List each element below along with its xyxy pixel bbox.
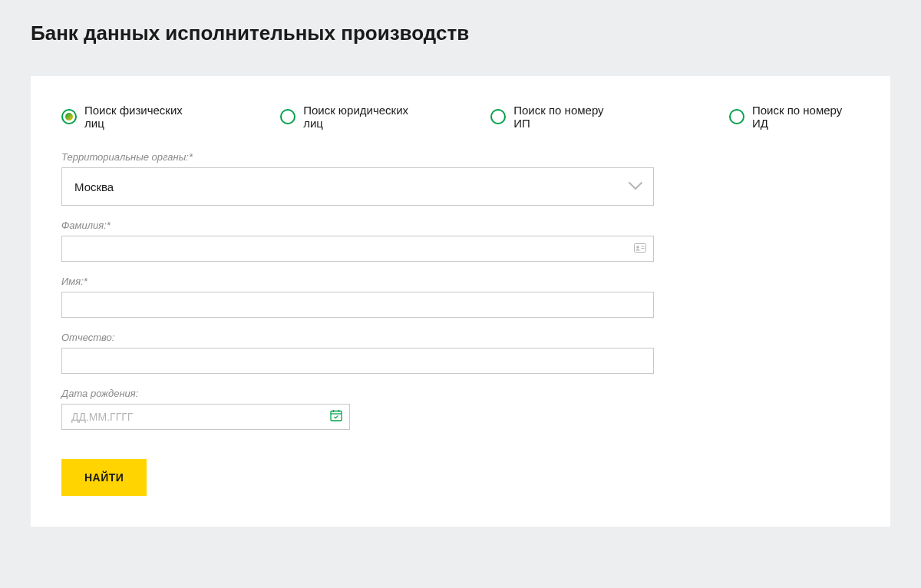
radio-legal-entities[interactable]: Поиск юридических лиц (280, 104, 429, 130)
birthdate-group: Дата рождения: (61, 388, 350, 430)
lastname-group: Фамилия:* (61, 220, 860, 262)
radio-icon (61, 109, 77, 124)
radio-ip-number[interactable]: Поиск по номеру ИП (490, 104, 622, 130)
lastname-wrapper (61, 236, 654, 262)
territory-label: Территориальные органы:* (61, 151, 860, 163)
lastname-label: Фамилия:* (61, 220, 860, 231)
territory-select-wrapper: Москва (61, 167, 654, 206)
patronymic-group: Отчество: (61, 332, 860, 374)
patronymic-input[interactable] (61, 348, 654, 374)
lastname-input[interactable] (61, 236, 654, 262)
territory-select[interactable]: Москва (61, 167, 654, 206)
radio-icon (280, 109, 295, 124)
birthdate-input[interactable] (61, 404, 350, 430)
firstname-label: Имя:* (61, 276, 860, 287)
radio-icon (490, 109, 506, 124)
contact-card-icon (634, 242, 646, 256)
calendar-icon[interactable] (330, 409, 342, 424)
birthdate-label: Дата рождения: (61, 388, 350, 399)
radio-label: Поиск по номеру ИД (752, 104, 860, 130)
patronymic-label: Отчество: (61, 332, 860, 343)
search-form-card: Поиск физических лиц Поиск юридических л… (31, 76, 890, 527)
radio-id-number[interactable]: Поиск по номеру ИД (729, 104, 860, 130)
radio-label: Поиск физических лиц (84, 104, 203, 130)
birthdate-wrapper (61, 404, 350, 430)
firstname-group: Имя:* (61, 276, 860, 318)
territory-group: Территориальные органы:* Москва (61, 151, 860, 206)
svg-rect-4 (331, 411, 342, 421)
radio-individuals[interactable]: Поиск физических лиц (61, 104, 203, 130)
radio-icon (729, 109, 744, 124)
radio-label: Поиск по номеру ИП (513, 104, 622, 130)
svg-point-1 (636, 246, 639, 249)
search-button[interactable]: НАЙТИ (61, 459, 147, 496)
territory-selected-value: Москва (74, 180, 114, 193)
search-type-radio-group: Поиск физических лиц Поиск юридических л… (61, 104, 860, 130)
page-title: Банк данных исполнительных производств (31, 21, 890, 45)
radio-label: Поиск юридических лиц (303, 104, 429, 130)
firstname-input[interactable] (61, 292, 654, 318)
